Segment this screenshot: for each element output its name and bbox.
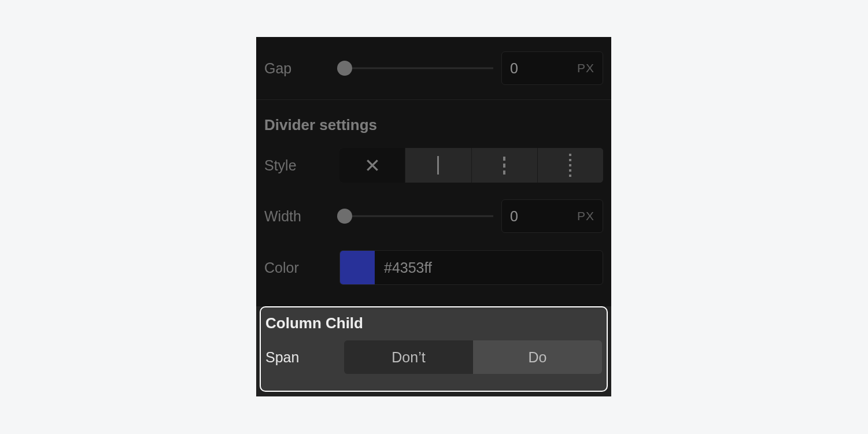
span-option-dont[interactable]: Don’t <box>344 340 473 374</box>
dotted-line-icon <box>569 154 571 177</box>
divider-width-row: Width 0 PX <box>256 191 611 242</box>
divider-style-none[interactable] <box>339 148 405 183</box>
x-icon <box>365 158 380 173</box>
divider-width-input[interactable]: 0 PX <box>501 199 603 233</box>
solid-line-icon <box>437 156 439 175</box>
divider-style-segmented <box>339 148 603 183</box>
divider-width-slider[interactable] <box>339 205 493 228</box>
gap-slider[interactable] <box>339 57 493 80</box>
settings-panel: Gap 0 PX Divider settings Style <box>256 37 611 396</box>
gap-value-input[interactable]: 0 PX <box>501 51 603 85</box>
divider-style-dashed[interactable] <box>472 148 538 183</box>
color-swatch <box>340 250 375 285</box>
slider-track <box>339 216 493 217</box>
column-child-section: Column Child Span Don’t Do <box>260 306 608 392</box>
divider-color-label: Color <box>264 259 339 276</box>
slider-track <box>339 68 493 69</box>
column-child-heading: Column Child <box>261 307 607 336</box>
divider-width-label: Width <box>264 208 339 225</box>
divider-color-row: Color #4353ff <box>256 242 611 294</box>
divider-style-label: Style <box>264 157 339 174</box>
divider-settings-heading: Divider settings <box>256 100 611 140</box>
divider-style-row: Style <box>256 140 611 191</box>
slider-thumb[interactable] <box>337 61 352 76</box>
divider-style-dotted[interactable] <box>538 148 603 183</box>
divider-color-input[interactable]: #4353ff <box>339 250 603 285</box>
gap-label: Gap <box>264 60 339 77</box>
gap-value: 0 <box>510 60 577 77</box>
gap-unit: PX <box>577 61 594 75</box>
dashed-line-icon <box>503 157 505 175</box>
divider-width-unit: PX <box>577 209 594 223</box>
span-label: Span <box>265 349 344 366</box>
gap-row: Gap 0 PX <box>256 37 611 99</box>
color-hex-value: #4353ff <box>375 259 432 276</box>
divider-width-value: 0 <box>510 208 577 225</box>
slider-thumb[interactable] <box>337 209 352 224</box>
span-segmented: Don’t Do <box>344 340 602 374</box>
span-option-do[interactable]: Do <box>473 340 602 374</box>
divider-style-solid[interactable] <box>405 148 471 183</box>
column-child-span-row: Span Don’t Do <box>261 336 607 374</box>
